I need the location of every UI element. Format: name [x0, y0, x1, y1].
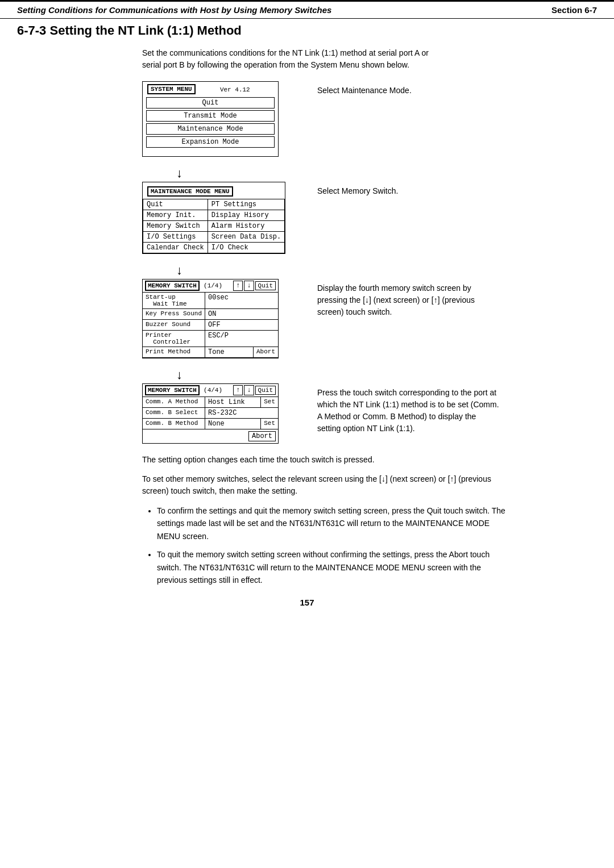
ms1-nav-down[interactable]: ↓ [244, 281, 254, 291]
maintenance-menu-box: MAINTENANCE MODE MENU Quit PT Settings M… [142, 182, 285, 254]
maintenance-cell-memory-init[interactable]: Memory Init. [143, 210, 208, 221]
header-left: Setting Conditions for Communications wi… [17, 5, 331, 15]
ms4-quit[interactable]: Quit [255, 386, 276, 395]
memory-switch-4-area: MEMORY SWITCH (4/4) ↑ ↓ Quit Comm. A Met… [142, 383, 301, 444]
section-title: 6-7-3 Setting the NT Link (1:1) Method [17, 23, 597, 38]
page-number: 157 [17, 598, 597, 619]
arrow-down-1: ↓ [176, 167, 597, 180]
ms4-value-comm-b-method[interactable]: None [205, 419, 260, 429]
maintenance-cell-pt-settings[interactable]: PT Settings [208, 199, 284, 210]
ms1-label-keypress: Key Press Sound [143, 309, 205, 319]
ms1-label-buzzer: Buzzer Sound [143, 320, 205, 330]
memory-switch-1-annotation: Display the fourth memory switch screen … [317, 279, 499, 318]
ms1-value-startup[interactable]: 00sec [205, 293, 278, 308]
ms4-nav: ↑ ↓ Quit [233, 385, 276, 395]
maintenance-menu-area: MAINTENANCE MODE MENU Quit PT Settings M… [142, 182, 301, 254]
ms4-set-comm-a[interactable]: Set [260, 397, 278, 407]
ms1-nav-up[interactable]: ↑ [233, 281, 243, 291]
maintenance-cell-screen-data[interactable]: Screen Data Disp. [208, 232, 284, 243]
maintenance-cell-alarm-history[interactable]: Alarm History [208, 221, 284, 232]
system-menu-area: SYSTEM MENU Ver 4.12 Quit Transmit Mode … [142, 81, 301, 157]
ms1-label-startup: Start-up Wait Time [143, 293, 205, 308]
system-menu-ver: Ver 4.12 [220, 86, 250, 93]
ms4-row-comm-a: Comm. A Method Host Link Set [143, 397, 278, 408]
system-menu-maintenance[interactable]: Maintenance Mode [146, 123, 275, 135]
system-menu-transmit[interactable]: Transmit Mode [146, 110, 275, 122]
system-menu-annotation: Select Maintenance Mode. [317, 81, 412, 97]
body-text-1: The setting option changes each time the… [142, 454, 506, 466]
ms1-row-keypress: Key Press Sound ON [143, 309, 278, 320]
system-menu-title-row: SYSTEM MENU Ver 4.12 [143, 82, 278, 95]
ms1-header: MEMORY SWITCH (1/4) ↑ ↓ Quit [143, 279, 278, 293]
maintenance-cell-quit[interactable]: Quit [143, 199, 208, 210]
ms4-row-comm-b-method: Comm. B Method None Set [143, 419, 278, 429]
ms1-row-buzzer: Buzzer Sound OFF [143, 320, 278, 331]
intro-text: Set the communications conditions for th… [142, 47, 438, 71]
page-container: Setting Conditions for Communications wi… [0, 0, 614, 868]
maintenance-menu-annotation: Select Memory Switch. [317, 182, 398, 197]
ms1-value-buzzer[interactable]: OFF [205, 320, 278, 330]
bullet-list: To confirm the settings and quit the mem… [148, 504, 506, 586]
arrow-down-3: ↓ [176, 369, 597, 381]
maintenance-menu-table: Quit PT Settings Memory Init. Display Hi… [143, 199, 285, 253]
ms4-set-comm-b[interactable]: Set [260, 419, 278, 429]
system-menu-expansion[interactable]: Expansion Mode [146, 136, 275, 148]
maintenance-cell-display-history[interactable]: Display Hisory [208, 210, 284, 221]
ms1-page: (1/4) [204, 282, 222, 289]
main-content: 6-7-3 Setting the NT Link (1:1) Method S… [0, 23, 614, 636]
ms4-label-comm-b-method: Comm. B Method [143, 419, 205, 429]
memory-switch-1-box: MEMORY SWITCH (1/4) ↑ ↓ Quit Start-up Wa… [142, 279, 279, 358]
ms4-nav-up[interactable]: ↑ [233, 385, 243, 395]
bullet-item-2: To quit the memory switch setting screen… [157, 548, 506, 586]
ms4-abort-btn[interactable]: Abort [248, 431, 276, 441]
ms4-title: MEMORY SWITCH [145, 385, 200, 395]
ms1-nav: ↑ ↓ Quit [233, 281, 276, 291]
memory-switch-4-annotation: Press the touch switch corresponding to … [317, 383, 499, 435]
ms1-title: MEMORY SWITCH [145, 281, 200, 291]
ms1-quit[interactable]: Quit [255, 281, 276, 290]
memory-switch-4-box: MEMORY SWITCH (4/4) ↑ ↓ Quit Comm. A Met… [142, 383, 279, 444]
ms4-label-comm-b-select: Comm. B Select [143, 408, 205, 418]
ms1-row-printer: Printer Controller ESC/P [143, 331, 278, 347]
body-text-2: To set other memory switches, select the… [142, 473, 506, 498]
ms1-abort-btn[interactable]: Abort [253, 347, 278, 357]
ms4-value-comm-a[interactable]: Host Link [205, 397, 260, 407]
memory-switch-1-area: MEMORY SWITCH (1/4) ↑ ↓ Quit Start-up Wa… [142, 279, 301, 358]
system-menu-box: SYSTEM MENU Ver 4.12 Quit Transmit Mode … [142, 81, 279, 157]
ms4-page: (4/4) [204, 387, 222, 394]
bullet-item-1: To confirm the settings and quit the mem… [157, 504, 506, 542]
ms4-value-comm-b-select[interactable]: RS-232C [205, 408, 278, 418]
ms1-row-print-method: Print Method Tone Abort [143, 347, 278, 358]
ms4-header: MEMORY SWITCH (4/4) ↑ ↓ Quit [143, 384, 278, 397]
maintenance-menu-title: MAINTENANCE MODE MENU [147, 186, 233, 197]
system-menu-quit[interactable]: Quit [146, 97, 275, 108]
ms4-nav-down[interactable]: ↓ [244, 385, 254, 395]
ms1-label-printer: Printer Controller [143, 331, 205, 347]
system-menu-title: SYSTEM MENU [147, 84, 196, 94]
arrow-down-2: ↓ [176, 264, 597, 277]
memory-switch-4-row: MEMORY SWITCH (4/4) ↑ ↓ Quit Comm. A Met… [17, 383, 597, 444]
ms4-label-comm-a: Comm. A Method [143, 397, 205, 407]
ms1-value-printer[interactable]: ESC/P [205, 331, 278, 347]
header-bar: Setting Conditions for Communications wi… [0, 0, 614, 19]
ms4-abort-row: Abort [143, 429, 278, 443]
ms1-label-print-method: Print Method [143, 347, 205, 357]
maintenance-cell-io-check[interactable]: I/O Check [208, 243, 284, 253]
ms1-row-startup: Start-up Wait Time 00sec [143, 293, 278, 309]
ms1-value-print-method[interactable]: Tone [205, 347, 253, 357]
header-right: Section 6-7 [551, 5, 597, 15]
ms4-row-comm-b-select: Comm. B Select RS-232C [143, 408, 278, 419]
maintenance-cell-memory-switch[interactable]: Memory Switch [143, 221, 208, 232]
maintenance-menu-row: MAINTENANCE MODE MENU Quit PT Settings M… [17, 182, 597, 254]
system-menu-row: SYSTEM MENU Ver 4.12 Quit Transmit Mode … [17, 81, 597, 157]
memory-switch-1-row: MEMORY SWITCH (1/4) ↑ ↓ Quit Start-up Wa… [17, 279, 597, 358]
maintenance-cell-io-settings[interactable]: I/O Settings [143, 232, 208, 243]
maintenance-cell-calendar[interactable]: Calendar Check [143, 243, 208, 253]
ms1-value-keypress[interactable]: ON [205, 309, 278, 319]
